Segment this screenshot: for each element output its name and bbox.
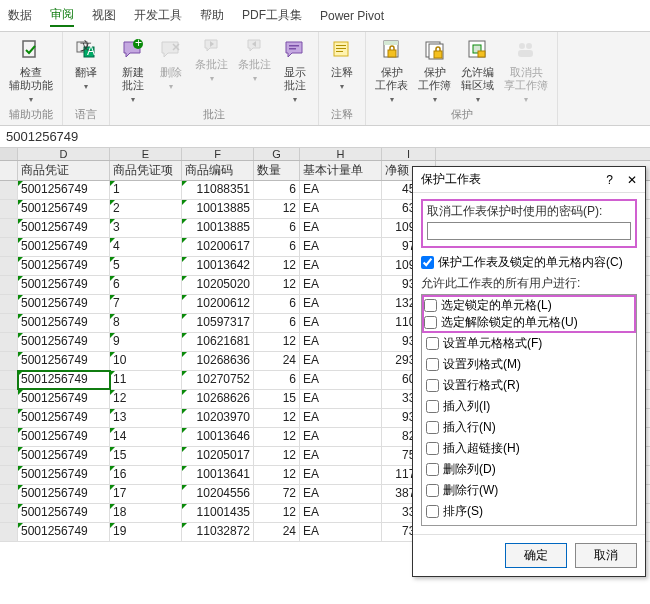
- cell[interactable]: 12: [254, 333, 300, 351]
- option-10[interactable]: 排序(S): [422, 501, 636, 522]
- cell[interactable]: EA: [300, 466, 382, 484]
- cell[interactable]: 5001256749: [18, 276, 110, 294]
- cell[interactable]: 5001256749: [18, 238, 110, 256]
- cell[interactable]: 5001256749: [18, 352, 110, 370]
- cell[interactable]: EA: [300, 447, 382, 465]
- cell[interactable]: EA: [300, 314, 382, 332]
- cell[interactable]: 13: [110, 409, 182, 427]
- col-header-G[interactable]: G: [254, 148, 300, 160]
- options-list[interactable]: 选定锁定的单元格(L)选定解除锁定的单元格(U)设置单元格格式(F)设置列格式(…: [421, 294, 637, 526]
- tab-审阅[interactable]: 审阅: [50, 4, 74, 27]
- cell[interactable]: 5001256749: [18, 409, 110, 427]
- cell[interactable]: 12: [254, 409, 300, 427]
- option-checkbox[interactable]: [426, 400, 439, 413]
- cell[interactable]: 17: [110, 485, 182, 503]
- option-checkbox[interactable]: [426, 337, 439, 350]
- cell[interactable]: 10268636: [182, 352, 254, 370]
- cell[interactable]: 10205020: [182, 276, 254, 294]
- cell[interactable]: 6: [254, 314, 300, 332]
- cell[interactable]: 10203970: [182, 409, 254, 427]
- cell[interactable]: 5: [110, 257, 182, 275]
- cell[interactable]: 10268626: [182, 390, 254, 408]
- cell[interactable]: 6: [110, 276, 182, 294]
- cell[interactable]: EA: [300, 181, 382, 199]
- cell[interactable]: 10013885: [182, 219, 254, 237]
- cell[interactable]: 24: [254, 352, 300, 370]
- header-cell[interactable]: 商品编码: [182, 161, 254, 180]
- option-checkbox[interactable]: [426, 421, 439, 434]
- cancel-button[interactable]: 取消: [575, 543, 637, 568]
- ribbon-allow[interactable]: 允许编辑区域▾: [458, 35, 497, 106]
- cell[interactable]: EA: [300, 523, 382, 541]
- option-4[interactable]: 设置行格式(R): [422, 375, 636, 396]
- cell[interactable]: EA: [300, 333, 382, 351]
- cell[interactable]: 1: [110, 181, 182, 199]
- header-cell[interactable]: 数量: [254, 161, 300, 180]
- cell[interactable]: 5001256749: [18, 447, 110, 465]
- cell[interactable]: EA: [300, 200, 382, 218]
- cell[interactable]: 10013641: [182, 466, 254, 484]
- cell[interactable]: 6: [254, 219, 300, 237]
- option-9[interactable]: 删除行(W): [422, 480, 636, 501]
- cell[interactable]: EA: [300, 371, 382, 389]
- cell[interactable]: 11032872: [182, 523, 254, 541]
- cell[interactable]: EA: [300, 390, 382, 408]
- cell[interactable]: 10270752: [182, 371, 254, 389]
- tab-开发工具[interactable]: 开发工具: [134, 5, 182, 26]
- option-checkbox[interactable]: [426, 505, 439, 518]
- cell[interactable]: EA: [300, 428, 382, 446]
- cell[interactable]: 10: [110, 352, 182, 370]
- col-header-E[interactable]: E: [110, 148, 182, 160]
- cell[interactable]: EA: [300, 504, 382, 522]
- cell[interactable]: EA: [300, 257, 382, 275]
- col-header-I[interactable]: I: [382, 148, 436, 160]
- cell[interactable]: 5001256749: [18, 504, 110, 522]
- close-icon[interactable]: ✕: [627, 173, 637, 187]
- option-1[interactable]: 选定解除锁定的单元格(U): [422, 314, 636, 333]
- option-checkbox[interactable]: [426, 463, 439, 476]
- col-header-D[interactable]: D: [18, 148, 110, 160]
- cell[interactable]: 6: [254, 371, 300, 389]
- cell[interactable]: 5001256749: [18, 523, 110, 541]
- ribbon-psheet[interactable]: 保护工作表▾: [372, 35, 411, 106]
- ribbon-show[interactable]: 显示批注▾: [278, 35, 312, 106]
- ribbon-note[interactable]: 注释▾: [325, 35, 359, 93]
- option-6[interactable]: 插入行(N): [422, 417, 636, 438]
- lock-checkbox-row[interactable]: 保护工作表及锁定的单元格内容(C): [421, 254, 637, 271]
- cell[interactable]: 10597317: [182, 314, 254, 332]
- lock-checkbox[interactable]: [421, 256, 434, 269]
- cell[interactable]: 12: [254, 504, 300, 522]
- cell[interactable]: 16: [110, 466, 182, 484]
- ribbon-pbook[interactable]: 保护工作簿▾: [415, 35, 454, 106]
- tab-PDF工具集[interactable]: PDF工具集: [242, 5, 302, 26]
- cell[interactable]: EA: [300, 276, 382, 294]
- cell[interactable]: 12: [254, 200, 300, 218]
- option-5[interactable]: 插入列(I): [422, 396, 636, 417]
- cell[interactable]: 12: [254, 257, 300, 275]
- cell[interactable]: 5001256749: [18, 257, 110, 275]
- option-checkbox[interactable]: [424, 316, 437, 329]
- cell[interactable]: 5001256749: [18, 314, 110, 332]
- cell[interactable]: 12: [254, 276, 300, 294]
- cell[interactable]: EA: [300, 352, 382, 370]
- option-0[interactable]: 选定锁定的单元格(L): [422, 295, 636, 314]
- cell[interactable]: 5001256749: [18, 333, 110, 351]
- cell[interactable]: EA: [300, 295, 382, 313]
- cell[interactable]: EA: [300, 409, 382, 427]
- cell[interactable]: 5001256749: [18, 295, 110, 313]
- header-cell[interactable]: 基本计量单: [300, 161, 382, 180]
- cell[interactable]: 14: [110, 428, 182, 446]
- option-checkbox[interactable]: [426, 358, 439, 371]
- cell[interactable]: 10013885: [182, 200, 254, 218]
- cell[interactable]: 6: [254, 181, 300, 199]
- cell[interactable]: 4: [110, 238, 182, 256]
- ribbon-newcomment[interactable]: +新建批注▾: [116, 35, 150, 106]
- cell[interactable]: 6: [254, 295, 300, 313]
- header-cell[interactable]: 商品凭证项: [110, 161, 182, 180]
- option-checkbox[interactable]: [426, 379, 439, 392]
- col-header-F[interactable]: F: [182, 148, 254, 160]
- cell[interactable]: 5001256749: [18, 200, 110, 218]
- tab-数据[interactable]: 数据: [8, 5, 32, 26]
- cell[interactable]: 19: [110, 523, 182, 541]
- cell[interactable]: 18: [110, 504, 182, 522]
